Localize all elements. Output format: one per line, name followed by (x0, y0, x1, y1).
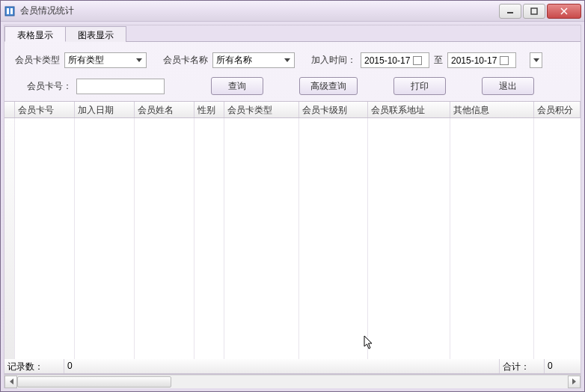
svg-marker-10 (10, 379, 13, 385)
col-gender[interactable]: 性别 (195, 102, 224, 117)
scroll-thumb[interactable] (17, 376, 171, 388)
sum-value: 0 (545, 359, 581, 373)
col-join-date[interactable]: 加入日期 (75, 102, 135, 117)
svg-rect-1 (7, 8, 9, 14)
tab-bar: 表格显示 图表显示 (4, 25, 581, 42)
advanced-query-button[interactable]: 高级查询 (299, 77, 358, 95)
record-count-value: 0 (64, 359, 500, 373)
titlebar: 会员情况统计 (1, 1, 584, 22)
row-selector-header[interactable] (4, 102, 15, 117)
join-time-label: 加入时间： (311, 54, 356, 67)
svg-marker-8 (284, 58, 290, 62)
maximize-button[interactable] (523, 4, 545, 19)
filter-panel: 会员卡类型 所有类型 会员卡名称 所有名称 加入时间： 2015-10-17 (4, 42, 581, 101)
date-from-picker[interactable]: 2015-10-17 (361, 52, 429, 68)
chevron-down-icon (134, 55, 144, 66)
col-member-name[interactable]: 会员姓名 (135, 102, 195, 117)
record-count-label: 记录数： (4, 359, 64, 373)
card-name-combo[interactable]: 所有名称 (212, 52, 295, 68)
sum-label: 合计： (500, 359, 545, 373)
card-type-value: 所有类型 (68, 54, 134, 67)
svg-rect-0 (5, 7, 14, 16)
card-no-input[interactable] (76, 79, 165, 94)
date-from-checkbox[interactable] (413, 56, 422, 65)
exit-button[interactable]: 退出 (482, 77, 534, 95)
app-icon (4, 5, 16, 17)
window-title: 会员情况统计 (20, 4, 497, 17)
date-options-button[interactable] (530, 52, 542, 68)
window-controls (497, 4, 581, 19)
tab-content: 会员卡类型 所有类型 会员卡名称 所有名称 加入时间： 2015-10-17 (4, 42, 581, 388)
svg-marker-9 (533, 58, 539, 62)
query-button[interactable]: 查询 (211, 77, 263, 95)
grid-body[interactable] (4, 118, 581, 359)
data-grid: 会员卡号 加入日期 会员姓名 性别 会员卡类型 会员卡级别 会员联系地址 其他信… (4, 101, 581, 375)
minimize-button[interactable] (499, 4, 521, 19)
grid-footer: 记录数： 0 合计： 0 (4, 359, 581, 374)
date-from-value: 2015-10-17 (364, 55, 410, 66)
svg-line-6 (561, 8, 567, 14)
date-to-picker[interactable]: 2015-10-17 (447, 52, 516, 68)
col-card-level[interactable]: 会员卡级别 (299, 102, 368, 117)
svg-line-5 (561, 8, 567, 14)
date-to-value: 2015-10-17 (451, 55, 497, 66)
svg-marker-11 (572, 379, 576, 385)
date-to-checkbox[interactable] (500, 56, 509, 65)
scroll-left-button[interactable] (4, 376, 17, 388)
card-type-combo[interactable]: 所有类型 (64, 52, 147, 68)
col-card-type[interactable]: 会员卡类型 (224, 102, 299, 117)
col-other[interactable]: 其他信息 (450, 102, 534, 117)
chevron-down-icon (282, 55, 292, 66)
card-name-label: 会员卡名称 (163, 54, 208, 67)
app-window: 会员情况统计 表格显示 图表显示 会员卡类型 所有类型 会员卡名称 (0, 0, 585, 392)
col-card-no[interactable]: 会员卡号 (15, 102, 75, 117)
card-no-label: 会员卡号： (27, 80, 72, 93)
card-type-label: 会员卡类型 (15, 54, 60, 67)
svg-marker-7 (136, 58, 142, 62)
print-button[interactable]: 打印 (393, 77, 446, 95)
tab-chart[interactable]: 图表显示 (65, 26, 126, 42)
grid-header: 会员卡号 加入日期 会员姓名 性别 会员卡类型 会员卡级别 会员联系地址 其他信… (4, 102, 581, 118)
col-address[interactable]: 会员联系地址 (368, 102, 450, 117)
client-area: 表格显示 图表显示 会员卡类型 所有类型 会员卡名称 所有名称 (4, 25, 581, 388)
horizontal-scrollbar[interactable] (4, 375, 581, 388)
scroll-track[interactable] (17, 376, 568, 388)
card-name-value: 所有名称 (216, 54, 282, 67)
svg-rect-4 (531, 8, 537, 14)
svg-rect-2 (10, 8, 13, 14)
scroll-right-button[interactable] (568, 376, 581, 388)
tab-table[interactable]: 表格显示 (4, 26, 66, 42)
col-points[interactable]: 会员积分 (534, 102, 581, 117)
close-button[interactable] (547, 4, 581, 19)
to-label: 至 (434, 54, 443, 67)
